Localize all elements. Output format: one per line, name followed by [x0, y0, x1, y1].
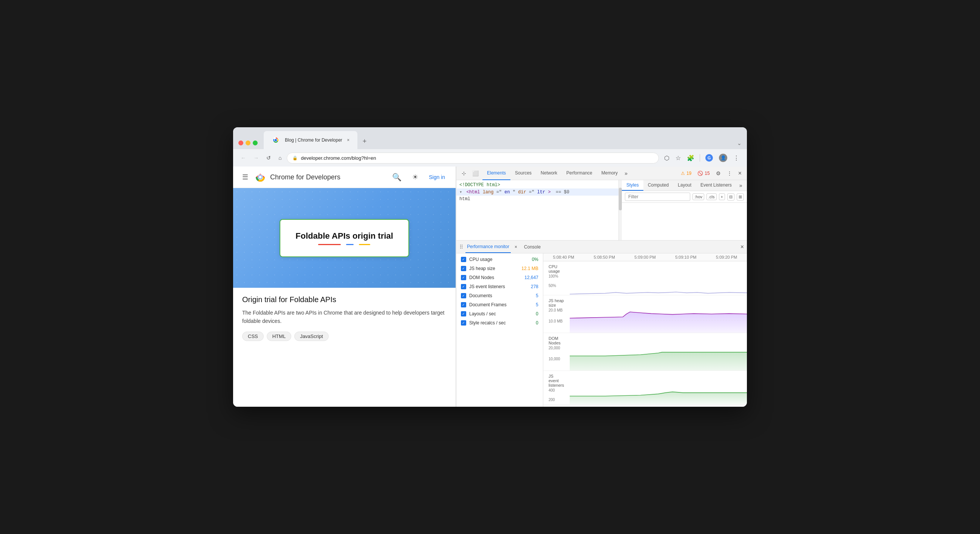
- metric-events-checkbox[interactable]: ✓: [461, 284, 466, 289]
- metric-dom-name: DOM Nodes: [469, 275, 521, 280]
- time-label-3: 5:09:10 PM: [665, 255, 706, 259]
- devtools-warning-button[interactable]: ⚠ 19: [679, 170, 694, 177]
- devtools-settings-button[interactable]: ⚙: [714, 169, 723, 178]
- styles-tab-layout[interactable]: Layout: [673, 180, 696, 191]
- metric-js-events: ✓ JS event listeners 278: [457, 282, 543, 291]
- lang-attr: lang: [483, 189, 494, 195]
- metric-dom-nodes: ✓ DOM Nodes 12,647: [457, 273, 543, 282]
- browser-tab[interactable]: Blog | Chrome for Developer ×: [264, 131, 357, 149]
- time-label-4: 5:09:20 PM: [706, 255, 747, 259]
- time-label-1: 5:08:50 PM: [584, 255, 625, 259]
- close-window-button[interactable]: [239, 140, 243, 145]
- cls-button[interactable]: .cls: [706, 193, 717, 200]
- metric-recalcs-checkbox[interactable]: ✓: [461, 320, 466, 326]
- tag-html[interactable]: HTML: [267, 332, 291, 341]
- perf-tab-close-button[interactable]: ×: [513, 243, 519, 250]
- styles-filter-input[interactable]: [625, 192, 690, 201]
- metric-heap-checkbox[interactable]: ✓: [461, 266, 466, 271]
- dom-line-doctype[interactable]: <!DOCTYPE html>: [457, 182, 619, 188]
- metric-dom-checkbox[interactable]: ✓: [461, 275, 466, 280]
- bottom-panels: ⠿ Performance monitor × Console ×: [457, 240, 747, 407]
- events-chart-section: JS event listeners 400 200: [543, 371, 747, 405]
- devtools-device-button[interactable]: ⬜: [470, 169, 481, 178]
- title-bar: Blog | Chrome for Developer × + ⌄: [233, 127, 747, 149]
- perf-monitor-tab[interactable]: Performance monitor: [465, 241, 511, 253]
- computed-sidebar-button[interactable]: ⊞: [737, 193, 744, 200]
- metric-js-heap: ✓ JS heap size 12.1 MB: [457, 264, 543, 273]
- minimize-window-button[interactable]: [245, 140, 250, 145]
- dom-line-breadcrumb[interactable]: html: [457, 195, 619, 202]
- scrollbar-thumb: [619, 188, 622, 210]
- styles-tab-event-listeners[interactable]: Event Listeners: [696, 180, 736, 191]
- devtools-tab-network[interactable]: Network: [536, 167, 562, 180]
- profile-button[interactable]: 👤: [717, 152, 730, 164]
- tab-favicon: [270, 134, 282, 146]
- devtools-tab-sources[interactable]: Sources: [511, 167, 536, 180]
- metric-style-recalcs: ✓ Style recalcs / sec 0: [457, 318, 543, 327]
- dom-tree-panel[interactable]: <!DOCTYPE html> ▾ <html lang =" en " dir…: [457, 180, 619, 240]
- styles-more-tabs-button[interactable]: »: [736, 180, 745, 191]
- metric-cpu-checkbox[interactable]: ✓: [461, 257, 466, 262]
- reload-button[interactable]: ↺: [264, 153, 273, 162]
- metric-doc-frames: ✓ Document Frames 5: [457, 300, 543, 309]
- header-search-button[interactable]: 🔍: [389, 171, 405, 183]
- tag-javascript[interactable]: JavaScript: [294, 332, 329, 341]
- home-button[interactable]: ⌂: [276, 153, 284, 162]
- styles-tab-styles[interactable]: Styles: [622, 180, 643, 191]
- sign-in-button[interactable]: Sign in: [426, 172, 448, 183]
- metric-cpu-name: CPU usage: [469, 257, 529, 262]
- doctype-text: <!DOCTYPE html>: [460, 183, 500, 188]
- styles-panel: Styles Computed Layout Event Listeners: [622, 180, 747, 240]
- metric-frames-checkbox[interactable]: ✓: [461, 302, 466, 307]
- theme-toggle-button[interactable]: ☀: [409, 172, 421, 183]
- hero-underline: [296, 244, 393, 245]
- devtools-tab-performance[interactable]: Performance: [562, 167, 597, 180]
- devtools-more-options-button[interactable]: ⋮: [725, 169, 735, 178]
- time-label-2: 5:09:00 PM: [625, 255, 666, 259]
- events-400-label: 400: [546, 388, 568, 393]
- back-button[interactable]: ←: [239, 153, 248, 162]
- metric-docs-checkbox[interactable]: ✓: [461, 293, 466, 298]
- nav-separator: [700, 154, 700, 162]
- devtools-pointer-button[interactable]: ⊹: [460, 169, 468, 178]
- maximize-window-button[interactable]: [253, 140, 258, 145]
- extensions-button[interactable]: 🧩: [684, 153, 697, 163]
- console-tab[interactable]: Console: [521, 241, 544, 253]
- html-tag: <html: [466, 189, 482, 195]
- chrome-menu-button[interactable]: ⋮: [731, 153, 741, 163]
- docs-chart-section: Documents: [543, 405, 747, 407]
- perf-time-header: 5:08:40 PM 5:08:50 PM 5:09:00 PM 5:09:10…: [543, 253, 747, 261]
- devtools-more-tabs-button[interactable]: »: [622, 169, 630, 178]
- metric-dom-value: 12,647: [524, 275, 538, 280]
- devtools-tab-memory[interactable]: Memory: [597, 167, 622, 180]
- metric-layouts: ✓ Layouts / sec 0: [457, 309, 543, 318]
- google-account-button[interactable]: G: [703, 153, 715, 163]
- devtools-scrollbar[interactable]: [619, 180, 622, 240]
- hov-button[interactable]: :hov: [692, 193, 704, 200]
- devtools-error-button[interactable]: 🚫 15: [695, 170, 712, 177]
- blog-hero-image: Foldable APIs origin trial: [233, 188, 456, 288]
- metric-layouts-checkbox[interactable]: ✓: [461, 311, 466, 316]
- toggle-sidebar-button[interactable]: ⊟: [727, 193, 735, 200]
- metric-frames-name: Document Frames: [469, 302, 533, 307]
- dom-20k-label: 20,000: [546, 346, 568, 351]
- styles-tab-computed[interactable]: Computed: [643, 180, 673, 191]
- tag-css[interactable]: CSS: [242, 332, 264, 341]
- metric-docs-name: Documents: [469, 293, 533, 298]
- forward-button[interactable]: →: [251, 153, 261, 162]
- dom-line-html[interactable]: ▾ <html lang =" en " dir =" ltr > == $0: [457, 188, 619, 195]
- more-tabs-button[interactable]: ⌄: [737, 140, 741, 146]
- devtools-close-button[interactable]: ×: [736, 168, 744, 178]
- devtools-tab-elements[interactable]: Elements: [482, 167, 511, 180]
- styles-tab-list: Styles Computed Layout Event Listeners: [622, 180, 747, 191]
- add-style-button[interactable]: +: [719, 193, 725, 200]
- bookmark-button[interactable]: ☆: [673, 153, 683, 163]
- screen-capture-button[interactable]: ⬡: [662, 153, 672, 163]
- tab-close-button[interactable]: ×: [345, 137, 352, 143]
- perf-panel-close-button[interactable]: ×: [740, 243, 744, 250]
- new-tab-button[interactable]: +: [360, 137, 369, 146]
- address-bar[interactable]: 🔒 developer.chrome.com/blog?hl=en: [287, 153, 659, 164]
- svg-point-7: [259, 176, 262, 179]
- expand-arrow: ▾: [460, 189, 462, 195]
- hamburger-menu-button[interactable]: ☰: [241, 172, 250, 183]
